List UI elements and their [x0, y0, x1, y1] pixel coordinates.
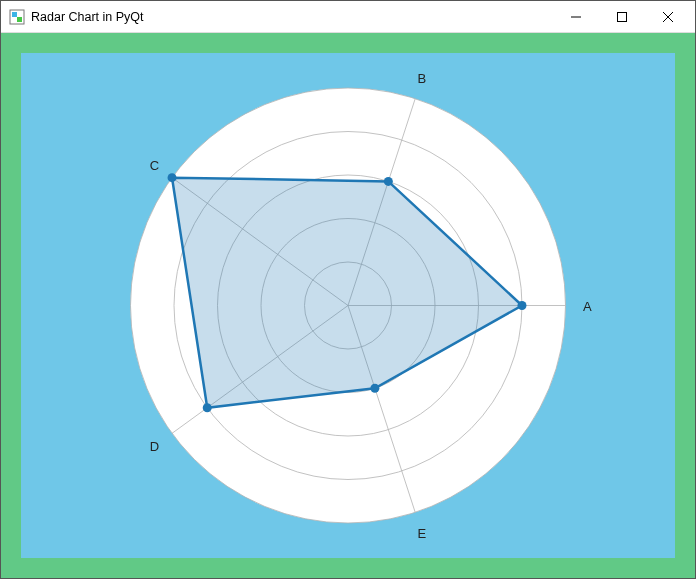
axis-label-B: B: [418, 70, 427, 85]
titlebar: Radar Chart in PyQt: [1, 1, 695, 33]
svg-point-22: [203, 403, 212, 412]
app-window: Radar Chart in PyQt ABCDE: [0, 0, 696, 579]
axis-label-C: C: [150, 157, 159, 172]
svg-point-20: [384, 177, 393, 186]
radar-chart: ABCDE: [21, 53, 675, 558]
maximize-button[interactable]: [599, 1, 645, 33]
window-title: Radar Chart in PyQt: [31, 10, 144, 24]
svg-rect-4: [618, 12, 627, 21]
app-icon: [9, 9, 25, 25]
svg-point-21: [168, 173, 177, 182]
minimize-button[interactable]: [553, 1, 599, 33]
chart-canvas: [21, 53, 675, 558]
svg-point-19: [518, 301, 527, 310]
axis-label-D: D: [150, 439, 159, 454]
close-button[interactable]: [645, 1, 691, 33]
frame-border: ABCDE: [1, 33, 695, 578]
svg-rect-2: [17, 17, 22, 22]
axis-label-A: A: [583, 298, 592, 313]
axis-label-E: E: [418, 526, 427, 541]
svg-rect-1: [12, 12, 17, 17]
svg-point-23: [370, 384, 379, 393]
